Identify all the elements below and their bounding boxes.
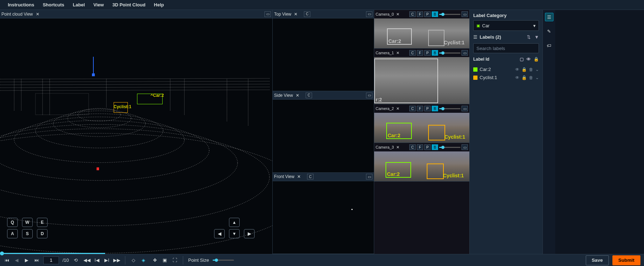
camera-viewport[interactable]: Car:2Cyclist:1 (374, 151, 469, 181)
key-right[interactable]: ▶ (244, 229, 255, 238)
camera-btn-c[interactable]: C (409, 11, 416, 17)
menu-3d-point-cloud[interactable]: 3D Point Cloud (108, 1, 149, 9)
maximize-icon[interactable]: ▭ (366, 93, 372, 98)
menu-view[interactable]: View (89, 1, 108, 9)
camera-btn-p[interactable]: P (424, 50, 431, 56)
move-icon[interactable]: ✥ (152, 257, 158, 264)
camera-brightness-slider[interactable] (439, 108, 460, 109)
camera-btn-f[interactable]: F (417, 106, 423, 111)
close-icon[interactable]: ✕ (395, 145, 401, 150)
fullscreen-icon[interactable]: ⛶ (171, 257, 178, 264)
side-view-viewport[interactable] (273, 100, 374, 172)
camera-btn-b[interactable]: B (432, 50, 438, 56)
play-icon[interactable]: ▶ (23, 257, 30, 264)
submit-button[interactable]: Submit (612, 255, 640, 265)
prev-frame-icon[interactable]: ◀ (13, 257, 20, 264)
key-q[interactable]: Q (7, 218, 18, 227)
camera-brightness-slider[interactable] (439, 147, 460, 148)
close-icon[interactable]: ✕ (34, 12, 41, 17)
key-e[interactable]: E (37, 218, 48, 227)
close-icon[interactable]: ✕ (395, 106, 401, 111)
cube-outline-icon[interactable]: ◇ (130, 257, 137, 264)
camera-btn-b[interactable]: B (432, 106, 438, 111)
maximize-icon[interactable]: ▭ (462, 144, 468, 150)
menu-instructions[interactable]: Instructions (4, 1, 38, 9)
label-row[interactable]: Cyclist:1 👁 🔒 🗑 ⌄ (473, 73, 539, 82)
fit-icon[interactable]: ▣ (162, 257, 168, 264)
camera-btn-c[interactable]: C (409, 50, 416, 56)
camera-btn-c[interactable]: C (409, 144, 416, 150)
point-size-slider[interactable] (213, 260, 234, 261)
close-icon[interactable]: ✕ (294, 93, 301, 98)
cube-solid-icon[interactable]: ◈ (140, 257, 147, 264)
chevron-down-icon[interactable]: ⌄ (535, 67, 539, 72)
filter-icon[interactable]: ▼ (534, 34, 539, 40)
menu-shortcuts[interactable]: Shortcuts (38, 1, 69, 9)
car-bbox[interactable]: r:2 (374, 59, 438, 103)
camera-viewport[interactable]: Car:2Cyclist:1 (374, 113, 469, 143)
camera-btn-c[interactable]: C (409, 106, 416, 111)
camera-toggle-button[interactable]: C (307, 174, 313, 179)
eye-icon[interactable]: 👁 (526, 57, 531, 62)
car-bbox[interactable]: Car:2 (386, 162, 411, 178)
front-view-viewport[interactable] (273, 181, 374, 254)
tag-rail-icon[interactable]: 🏷 (545, 41, 553, 50)
camera-btn-b[interactable]: B (432, 144, 438, 150)
search-labels-input[interactable] (473, 43, 539, 53)
step-fwd-icon[interactable]: ▶I (104, 257, 110, 264)
menu-help[interactable]: Help (150, 1, 168, 9)
camera-btn-f[interactable]: F (417, 144, 423, 150)
key-left[interactable]: ◀ (214, 229, 225, 238)
first-frame-icon[interactable]: ⏮ (4, 257, 10, 264)
frame-number-input[interactable] (43, 256, 59, 264)
camera-btn-f[interactable]: F (417, 11, 423, 17)
sort-icon[interactable]: ⇅ (527, 34, 531, 40)
close-icon[interactable]: ✕ (293, 12, 299, 17)
panel-toggle-icon[interactable]: ☰ (545, 13, 553, 21)
camera-toggle-button[interactable]: C (306, 93, 312, 98)
delete-icon[interactable]: 🗑 (529, 67, 533, 72)
maximize-icon[interactable]: ▭ (462, 11, 468, 17)
hide-icon[interactable]: 👁 (515, 67, 519, 72)
maximize-icon[interactable]: ▭ (264, 11, 271, 17)
cyclist-bbox[interactable]: Cyclist:1 (427, 164, 444, 179)
skip-back-icon[interactable]: ◀◀ (84, 257, 90, 264)
delete-icon[interactable]: 🗑 (529, 75, 533, 80)
key-s[interactable]: S (22, 229, 33, 238)
camera-brightness-slider[interactable] (439, 52, 460, 54)
chevron-down-icon[interactable]: ⌄ (535, 75, 539, 80)
menu-label[interactable]: Label (69, 1, 89, 9)
maximize-icon[interactable]: ▭ (366, 11, 372, 17)
key-w[interactable]: W (22, 218, 33, 227)
close-icon[interactable]: ✕ (395, 51, 401, 55)
camera-btn-p[interactable]: P (424, 11, 431, 17)
skip-fwd-icon[interactable]: ▶▶ (114, 257, 120, 264)
key-d[interactable]: D (37, 229, 48, 238)
maximize-icon[interactable]: ▭ (462, 106, 468, 111)
last-frame-icon[interactable]: ⏭ (33, 257, 40, 264)
car-bbox[interactable]: Car:2 (387, 28, 412, 45)
save-button[interactable]: Save (586, 255, 609, 265)
close-icon[interactable]: ✕ (395, 12, 401, 17)
top-view-viewport[interactable] (273, 18, 374, 91)
cyclist-bbox[interactable]: Cyclist:1 (428, 30, 444, 46)
step-back-icon[interactable]: I◀ (94, 257, 100, 264)
key-up[interactable]: ▲ (229, 218, 240, 227)
close-icon[interactable]: ✕ (296, 174, 302, 179)
hide-icon[interactable]: 👁 (515, 75, 519, 80)
maximize-icon[interactable]: ▭ (462, 50, 468, 56)
lock-icon[interactable]: 🔒 (522, 75, 527, 80)
timeline-slider[interactable] (0, 253, 644, 255)
camera-toggle-button[interactable]: C (304, 11, 310, 17)
lock-icon[interactable]: 🔒 (522, 67, 527, 72)
car-bbox[interactable]: Car:2 (386, 123, 412, 139)
camera-viewport[interactable]: r:2 (374, 57, 469, 104)
cyclist-bbox[interactable]: Cyclist:1 (428, 125, 445, 140)
tag-icon[interactable]: ▢ (520, 57, 524, 62)
refresh-icon[interactable]: ⟲ (72, 257, 79, 264)
label-row[interactable]: Car:2 👁 🔒 🗑 ⌄ (473, 65, 539, 73)
camera-btn-f[interactable]: F (417, 50, 423, 56)
label-category-dropdown[interactable]: ▣ Car ▾ (473, 20, 539, 31)
camera-btn-b[interactable]: B (432, 11, 438, 17)
camera-viewport[interactable]: Car:2Cyclist:1 (374, 18, 469, 48)
